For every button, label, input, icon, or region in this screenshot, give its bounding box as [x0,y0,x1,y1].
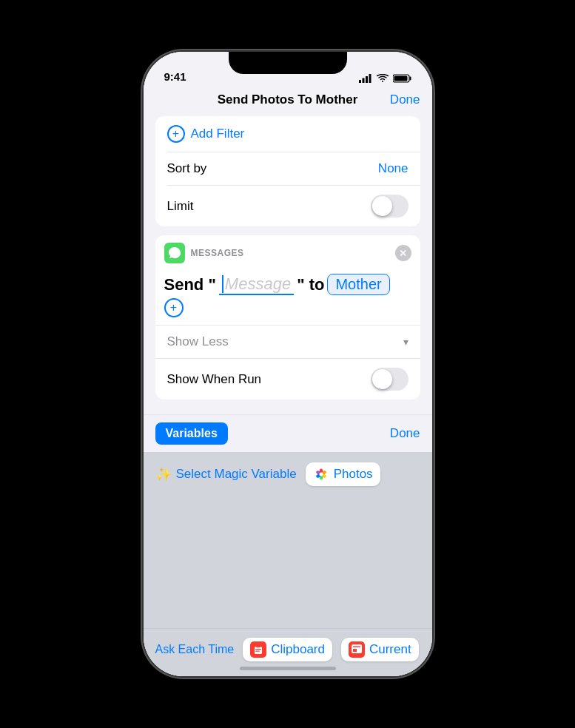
send-suffix: " to [297,275,324,294]
svg-rect-16 [256,645,260,647]
show-when-run-row: Show When Run [155,358,420,400]
svg-rect-3 [369,74,371,83]
wifi-icon [377,74,389,83]
chevron-down-icon: ▾ [403,336,408,348]
svg-rect-6 [394,76,407,81]
status-time: 9:41 [164,70,186,83]
photos-icon [313,466,329,482]
clipboard-chip-label: Clipboard [271,642,325,657]
clipboard-chip[interactable]: Clipboard [243,638,332,661]
send-row: Send " Message " to Mother + [155,269,420,325]
variables-bar: Variables Done [144,414,432,452]
add-filter-icon: + [167,125,185,143]
variable-options-area: ✨ Select Magic Variable [144,452,432,550]
messages-header: MESSAGES ✕ [155,235,420,269]
status-icons [359,74,411,83]
sort-label: Sort by [167,161,207,176]
svg-rect-1 [362,78,364,84]
nav-done-button[interactable]: Done [390,92,420,107]
filter-card: + Add Filter Sort by None Limit [155,116,420,226]
show-when-run-label: Show When Run [167,372,262,387]
sort-row[interactable]: Sort by None [155,152,420,185]
messages-app-row: MESSAGES [164,243,244,263]
svg-rect-21 [353,646,360,647]
ask-each-time-button[interactable]: Ask Each Time [155,643,235,656]
limit-toggle[interactable] [371,195,408,218]
add-filter-label: Add Filter [191,127,245,141]
message-input-area[interactable]: Message [219,274,294,295]
svg-point-14 [319,473,323,476]
toggle-thumb [372,196,392,216]
svg-rect-2 [366,76,368,83]
sort-value: None [378,161,408,176]
signal-icon [359,74,372,83]
variable-options-row: ✨ Select Magic Variable [155,462,420,486]
bottom-variables-row: Ask Each Time Clipboard [155,638,420,661]
show-when-run-toggle[interactable] [371,368,408,391]
svg-rect-5 [409,77,411,81]
limit-row: Limit [155,186,420,226]
send-prefix: Send " [164,275,216,294]
add-recipient-button[interactable]: + [164,298,184,317]
add-filter-row[interactable]: + Add Filter [155,116,420,152]
recipient-chip[interactable]: Mother [327,274,389,295]
limit-label: Limit [167,199,194,214]
text-cursor [222,275,223,293]
clipboard-icon [250,641,266,658]
home-indicator [240,667,336,670]
svg-rect-15 [255,647,262,654]
current-icon [349,641,365,658]
current-chip[interactable]: Current [341,638,419,661]
show-less-label: Show Less [167,334,229,349]
messages-app-icon [164,243,185,263]
svg-rect-20 [353,649,357,652]
current-chip-label: Current [369,642,411,657]
nav-title: Send Photos To Mother [218,92,358,107]
svg-rect-17 [255,649,261,650]
messages-app-label: MESSAGES [191,248,244,258]
show-when-run-toggle-thumb [372,369,392,389]
show-less-row[interactable]: Show Less ▾ [155,325,420,358]
svg-rect-18 [255,651,260,652]
magic-wand-icon: ✨ [155,466,172,482]
battery-icon [393,74,411,83]
spacer-area [144,550,432,628]
svg-rect-19 [352,644,362,653]
close-button[interactable]: ✕ [395,245,411,261]
message-placeholder[interactable]: Message [219,274,294,295]
variables-button[interactable]: Variables [155,422,228,445]
photos-chip-label: Photos [334,467,373,482]
messages-card: MESSAGES ✕ Send " Message " to Mother [155,235,420,400]
variables-done-button[interactable]: Done [390,426,420,441]
magic-variable-button[interactable]: ✨ Select Magic Variable [155,463,297,485]
photos-chip[interactable]: Photos [306,462,380,486]
magic-variable-label: Select Magic Variable [176,467,297,482]
notch [229,52,347,74]
svg-rect-0 [359,80,361,83]
